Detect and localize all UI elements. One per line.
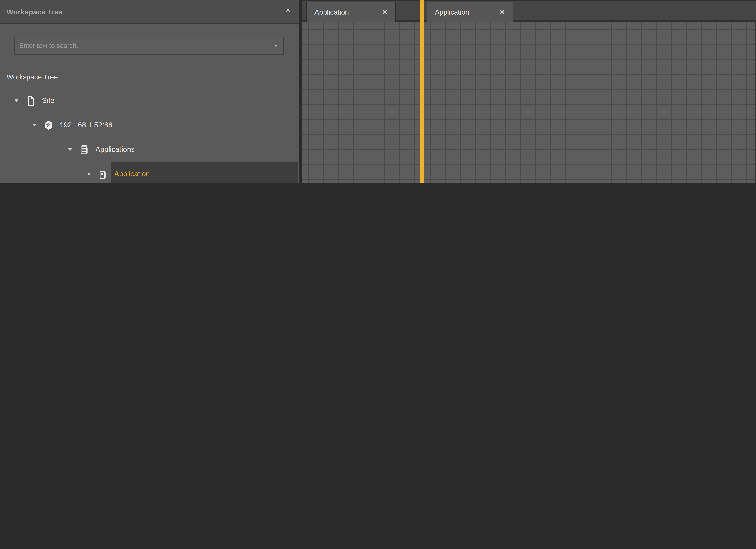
close-icon[interactable] bbox=[499, 9, 505, 15]
tree-item-label: 192.168.1.52:88 bbox=[59, 121, 112, 129]
pin-icon[interactable] bbox=[284, 8, 291, 15]
tree-item-label: Application bbox=[113, 170, 150, 178]
controller-icon bbox=[43, 120, 54, 131]
tab-label: Application bbox=[435, 8, 469, 16]
wire-sheet-canvas-right[interactable] bbox=[424, 22, 756, 183]
tab-label: Application bbox=[314, 8, 349, 16]
tree-item-application[interactable]: Application bbox=[1, 162, 298, 183]
expand-arrow-icon[interactable] bbox=[67, 146, 73, 153]
tab-application-left[interactable]: Application bbox=[306, 2, 396, 22]
collapse-arrow-icon[interactable] bbox=[86, 171, 92, 177]
panel-title-bar: Workspace Tree bbox=[0, 0, 299, 24]
search-box[interactable] bbox=[14, 37, 284, 55]
tree-item-controller[interactable]: 192.168.1.52:88 bbox=[1, 113, 298, 137]
tree-item-site[interactable]: Site bbox=[1, 88, 298, 113]
tree-item-label: Applications bbox=[94, 145, 135, 154]
dropdown-arrow-icon[interactable] bbox=[273, 43, 279, 49]
pane-divider[interactable] bbox=[420, 0, 424, 183]
panel-title: Workspace Tree bbox=[7, 8, 63, 16]
expand-arrow-icon[interactable] bbox=[13, 97, 20, 104]
workspace-tree: Site 192.168.1.52:88 Applications Applic… bbox=[1, 88, 298, 183]
close-icon[interactable] bbox=[382, 9, 388, 15]
app-window: Workspace Tree Workspace Tree Site 192.1… bbox=[0, 0, 756, 183]
tree-item-applications[interactable]: Applications bbox=[1, 137, 298, 162]
tree-section-header: Workspace Tree bbox=[0, 71, 298, 87]
workspace-tree-panel: Workspace Tree Workspace Tree Site 192.1… bbox=[0, 0, 299, 183]
applications-icon bbox=[79, 144, 90, 155]
panel-splitter[interactable] bbox=[299, 0, 302, 183]
wire-sheet-canvas-left[interactable] bbox=[302, 22, 420, 183]
search-input[interactable] bbox=[15, 37, 283, 54]
tree-item-label: Site bbox=[41, 96, 54, 105]
tab-application-right[interactable]: Application bbox=[427, 2, 513, 22]
tree-section-label: Workspace Tree bbox=[7, 73, 58, 81]
expand-arrow-icon[interactable] bbox=[31, 122, 38, 128]
application-icon bbox=[98, 169, 109, 179]
document-icon bbox=[25, 95, 36, 106]
